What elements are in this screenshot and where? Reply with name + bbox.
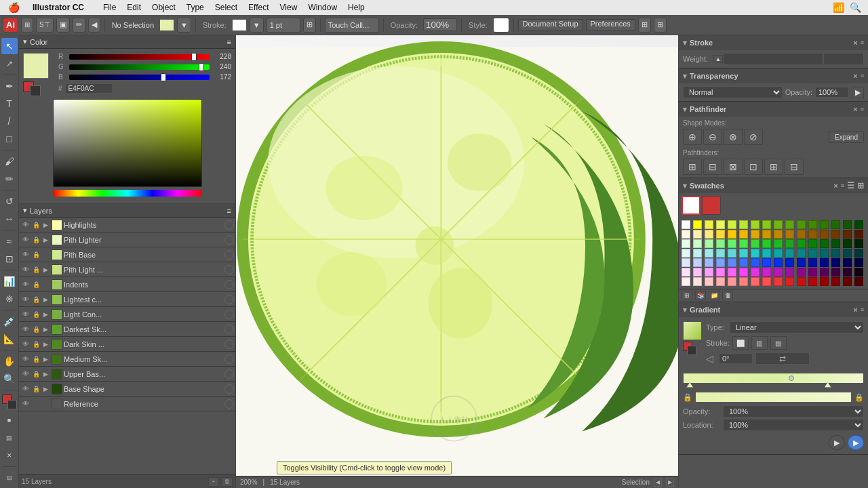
swatch-cell[interactable] [739,249,748,258]
swatch-cell[interactable] [774,230,783,239]
layer-visibility-toggle[interactable]: 👁 [20,339,31,350]
layer-indicator[interactable] [224,220,234,230]
color-picker-spectrum[interactable] [53,99,202,187]
menu-effect[interactable]: Effect [243,0,274,15]
layer-visibility-toggle[interactable]: 👁 [20,264,31,275]
swatch-cell[interactable] [728,230,736,239]
divide-btn[interactable]: ⊞ [683,159,702,175]
layer-expand-btn[interactable]: ▶ [41,369,50,379]
swatch-cell[interactable] [716,277,725,286]
menu-edit[interactable]: Edit [121,0,146,15]
swatch-cell[interactable] [843,230,852,239]
layer-indicator[interactable] [224,235,234,245]
layer-lock-icon[interactable]: 🔒 [31,295,41,304]
swatch-cell[interactable] [808,249,817,258]
swatch-cell[interactable] [820,249,829,258]
swatch-cell[interactable] [843,249,852,258]
swatch-cell[interactable] [728,277,736,286]
layer-expand-btn[interactable] [41,399,50,409]
swatch-cell[interactable] [785,220,794,229]
gradient-swatch-main[interactable] [683,321,702,340]
layer-expand-btn[interactable] [41,250,50,260]
eyedropper-tool[interactable]: 💉 [1,313,18,329]
layer-visibility-toggle[interactable]: 👁 [20,249,31,260]
swatch-cell[interactable] [739,220,748,229]
minus-back-btn[interactable]: ⊟ [785,159,804,175]
document-setup-btn[interactable]: Document Setup [518,19,583,31]
swatch-cell[interactable] [820,220,829,229]
menu-window[interactable]: Window [302,0,342,15]
swatch-cell[interactable] [808,258,817,267]
swatch-cell[interactable] [693,249,702,258]
outline-btn[interactable]: ⊞ [764,159,783,175]
swatch-cell[interactable] [854,268,863,277]
pencil-tool[interactable]: ✏ [1,171,18,187]
swatch-cell[interactable] [831,277,840,286]
swatch-cell[interactable] [693,230,702,239]
layer-indicator[interactable] [224,295,234,304]
swatch-cell[interactable] [751,268,760,277]
swatch-cell[interactable] [808,239,817,248]
warp-tool[interactable]: ≈ [1,233,18,249]
swatch-cell[interactable] [728,239,736,248]
swatch-cell[interactable] [682,258,690,267]
reverse-icon[interactable]: ⇄ [779,354,786,363]
color-panel-close[interactable]: ≡ [227,38,231,46]
stroke-indicator[interactable] [7,400,17,409]
pathfinder-options[interactable]: ≡ [861,106,864,113]
swatch-cell[interactable] [797,249,806,258]
swatch-cell[interactable] [831,230,840,239]
swatch-cell[interactable] [739,268,748,277]
layer-indicator[interactable] [224,310,234,319]
layer-indicator[interactable] [224,369,234,379]
preferences-btn[interactable]: Preferences [586,19,635,31]
zoom-tool[interactable]: 🔍 [1,371,18,387]
swatch-cell[interactable] [785,239,794,248]
layer-row[interactable]: 👁 Reference [19,396,235,411]
swatch-cell[interactable] [716,239,725,248]
blend-mode-select[interactable]: Normal [683,86,783,98]
swatch-cell[interactable] [762,258,771,267]
reflect-tool[interactable]: ↔ [1,211,18,227]
gradient-collapse-icon[interactable]: ▾ [683,306,687,314]
trim-btn[interactable]: ⊟ [703,159,722,175]
fill-color-swatch[interactable] [159,19,174,31]
gradient-preview-bar[interactable] [695,392,852,403]
swatch-cell[interactable] [716,258,725,267]
swatch-cell[interactable] [762,268,771,277]
stroke-weight-value[interactable] [723,53,823,65]
layer-row[interactable]: 👁 🔒 ▶ Base Shape [19,382,235,396]
swatch-cell[interactable] [751,258,760,267]
layer-lock-icon[interactable]: 🔒 [31,369,41,379]
layer-indicator[interactable] [224,354,234,364]
grad-play-active-btn[interactable]: ▶ [848,435,864,450]
rotate-tool[interactable]: ↺ [1,193,18,209]
type-tool[interactable]: T [1,96,18,112]
swatch-cell[interactable] [854,249,863,258]
color-hue-slider[interactable] [53,190,202,197]
swatch-cell[interactable] [797,258,806,267]
swatch-cell[interactable] [705,268,713,277]
swatch-cell[interactable] [843,239,852,248]
layer-lock-icon[interactable]: 🔒 [31,235,41,245]
touch-call-dropdown[interactable]: Touch Call... [325,18,379,33]
swatch-cell[interactable] [785,249,794,258]
layer-row[interactable]: 👁 🔒 ▶ Darkest Sk... [19,322,235,337]
layer-expand-btn[interactable]: ▶ [41,295,50,304]
layer-lock-icon[interactable]: 🔒 [31,340,41,349]
nav-arrow-right[interactable]: ▶ [666,479,674,487]
gradient-opacity-select[interactable]: 100% [723,405,864,418]
pathfinder-close[interactable]: × [853,105,857,113]
layer-expand-btn[interactable]: ▶ [41,384,50,394]
swatch-cell[interactable] [774,239,783,248]
red-swatch-big[interactable] [702,196,721,215]
layer-row[interactable]: 👁 🔒 ▶ Pith Lighter [19,232,235,247]
extra-btn2[interactable]: ⊞ [654,18,667,33]
layer-row[interactable]: 👁 🔒 ▶ Highlights [19,218,235,232]
gradient-reverse-btn[interactable]: ⇄ [755,352,810,365]
swatches-options[interactable]: ≡ [841,182,844,189]
layer-visibility-toggle[interactable]: 👁 [20,220,31,230]
swatch-cell[interactable] [774,258,783,267]
swatch-cell[interactable] [831,258,840,267]
layer-lock-icon[interactable]: 🔒 [31,265,41,274]
